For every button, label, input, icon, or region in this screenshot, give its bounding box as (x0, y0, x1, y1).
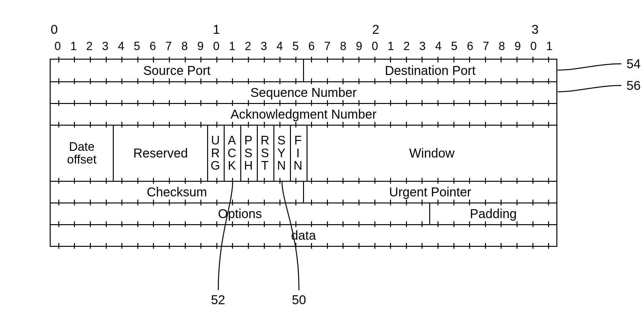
bit-label-26: 6 (462, 40, 478, 53)
urg-2: R (211, 147, 221, 160)
bit-label-7: 7 (161, 40, 177, 53)
field-date-offset-l1: Date (69, 141, 95, 153)
bit-label-29: 9 (510, 40, 526, 53)
flag-urg: U R G (207, 126, 224, 181)
bit-label-17: 7 (319, 40, 335, 53)
diagram-stage: 0 1 2 3 01234567890123456789012345678901… (48, 22, 561, 247)
bit-label-6: 6 (145, 40, 161, 53)
urg-3: G (211, 159, 221, 172)
callout-52: 52 (211, 293, 225, 307)
diagram-canvas: 0 1 2 3 01234567890123456789012345678901… (0, 0, 644, 331)
flag-syn: S Y N (273, 126, 290, 181)
psh-2: S (244, 147, 254, 160)
psh-3: H (244, 159, 254, 172)
callout-54: 54 (626, 57, 641, 71)
field-checksum: Checksum (51, 182, 303, 202)
psh-1: P (244, 134, 254, 147)
row-sequence: Sequence Number (51, 81, 556, 103)
bit-label-10: 0 (208, 40, 224, 53)
bit-label-1: 1 (66, 40, 82, 53)
row-ack-number: Acknowledgment Number (51, 103, 556, 125)
bit-group-1: 1 (213, 22, 220, 37)
bit-label-14: 4 (272, 40, 288, 53)
rst-1: R (261, 134, 271, 147)
bit-label-24: 4 (431, 40, 446, 53)
urg-1: U (211, 134, 221, 147)
bit-label-16: 6 (303, 40, 319, 53)
callout-50: 50 (292, 293, 306, 307)
fin-1: F (294, 134, 303, 147)
bit-label-3: 3 (97, 40, 113, 53)
rst-2: S (261, 147, 270, 160)
syn-1: S (278, 134, 287, 147)
fin-3: N (293, 159, 303, 172)
syn-2: Y (278, 147, 287, 160)
bit-group-2: 2 (372, 22, 379, 37)
ack-1: A (228, 134, 237, 147)
field-data: data (51, 225, 556, 246)
bit-label-22: 2 (399, 40, 415, 53)
field-window: Window (307, 126, 557, 181)
bit-label-18: 8 (335, 40, 351, 53)
field-source-port: Source Port (51, 60, 303, 81)
row-flags: Date offset Reserved U R G A C K P S H (51, 125, 556, 181)
bit-label-8: 8 (177, 40, 192, 53)
bit-ruler: 0 1 2 3 01234567890123456789012345678901 (48, 22, 561, 57)
bit-label-4: 4 (113, 40, 129, 53)
bit-label-11: 1 (224, 40, 240, 53)
bit-label-2: 2 (81, 40, 97, 53)
flag-psh: P S H (240, 126, 257, 181)
fin-2: I (296, 147, 301, 160)
bit-group-0: 0 (51, 22, 58, 37)
flag-ack: A C K (224, 126, 240, 181)
row-checksum: Checksum Urgent Pointer (51, 181, 556, 202)
bit-label-19: 9 (351, 40, 367, 53)
bit-label-28: 8 (494, 40, 510, 53)
bit-label-12: 2 (240, 40, 256, 53)
row-data: data (51, 224, 556, 246)
field-ack-number: Acknowledgment Number (51, 104, 556, 125)
callout-56: 56 (626, 78, 641, 93)
bit-label-5: 5 (129, 40, 145, 53)
ack-2: C (228, 147, 237, 160)
bit-label-20: 0 (367, 40, 383, 53)
flag-fin: F I N (290, 126, 307, 181)
field-sequence-number: Sequence Number (51, 82, 556, 103)
ack-3: K (228, 159, 237, 172)
field-reserved: Reserved (113, 126, 207, 181)
bit-label-9: 9 (192, 40, 208, 53)
row-ports: Source Port Destination Port (51, 60, 556, 81)
field-padding: Padding (429, 203, 556, 224)
field-date-offset-l2: offset (67, 153, 97, 166)
bit-label-30: 0 (525, 40, 541, 53)
field-destination-port: Destination Port (303, 60, 556, 81)
field-options: Options (51, 203, 429, 224)
tcp-header-table: Source Port Destination Port Sequence Nu… (50, 59, 557, 247)
bit-group-3: 3 (532, 22, 539, 37)
bit-label-23: 3 (415, 40, 431, 53)
field-date-offset: Date offset (51, 126, 113, 181)
bit-label-27: 7 (478, 40, 494, 53)
syn-3: N (277, 159, 287, 172)
bit-label-13: 3 (256, 40, 272, 53)
rst-3: T (261, 159, 270, 172)
row-options: Options Padding (51, 202, 556, 224)
bit-label-31: 1 (541, 40, 557, 53)
bit-label-25: 5 (446, 40, 462, 53)
field-urgent-pointer: Urgent Pointer (303, 182, 556, 202)
bit-label-21: 1 (383, 40, 399, 53)
bit-label-15: 5 (288, 40, 304, 53)
flag-rst: R S T (257, 126, 273, 181)
bit-label-0: 0 (50, 40, 66, 53)
